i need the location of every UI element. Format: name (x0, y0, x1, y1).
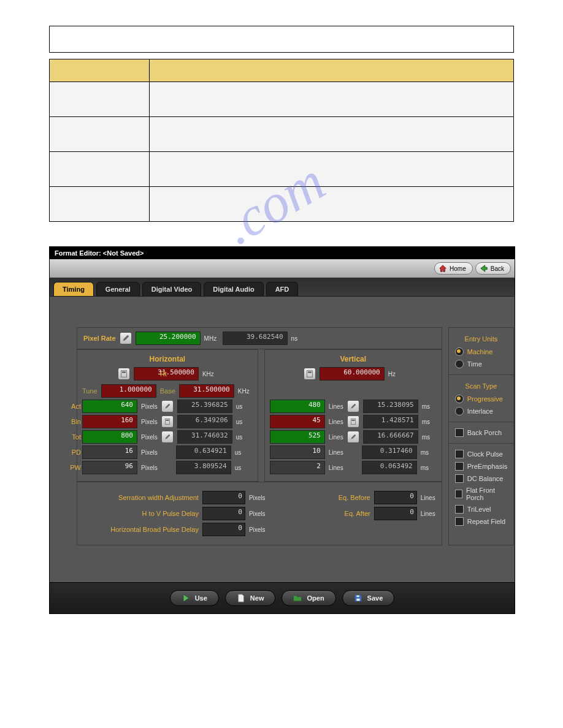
side-options: Entry Units Machine Time Scan Type Progr… (448, 327, 514, 545)
base-label: Base (160, 387, 175, 395)
eq-before-input[interactable]: 0 (374, 491, 417, 504)
radio-time[interactable]: Time (454, 358, 508, 370)
v-bln-lines[interactable]: 45 (270, 415, 325, 428)
edit-icon[interactable] (347, 431, 359, 443)
blank-banner (49, 26, 514, 53)
v-bln-time: 1.428571 (363, 415, 418, 428)
eq-before-label: Eq. Before (339, 494, 370, 501)
check-clock-pulse[interactable]: Clock Pulse (454, 449, 508, 460)
edit-icon[interactable] (347, 400, 359, 412)
calculator-icon[interactable] (118, 368, 130, 380)
horizontal-column: Horizontal Rt 31.500000 KHz Tune 1.00000… (77, 349, 258, 482)
radio-interlace[interactable]: Interlace (454, 406, 508, 417)
check-back-porch-label: Back Porch (467, 429, 502, 436)
unit-us: us (235, 464, 250, 471)
edit-icon[interactable] (161, 431, 174, 443)
unit-pixels: Pixels (141, 464, 158, 471)
radio-progressive[interactable]: Progressive (454, 393, 508, 404)
unit-ms: ms (422, 419, 437, 425)
row-act-label: Act (65, 403, 81, 410)
check-trilevel[interactable]: TriLevel (454, 504, 508, 515)
v-tot-lines[interactable]: 525 (270, 430, 325, 444)
base-value[interactable]: 31.500000 (179, 384, 234, 398)
back-arrow-icon (480, 264, 488, 273)
svg-rect-8 (356, 599, 359, 601)
open-button[interactable]: Open (282, 590, 335, 606)
h-pw-time: 3.809524 (176, 461, 231, 474)
svg-rect-3 (166, 420, 169, 421)
tab-afd[interactable]: AFD (266, 282, 299, 296)
tab-general[interactable]: General (96, 282, 140, 296)
tab-digital-audio[interactable]: Digital Audio (204, 282, 263, 296)
table-row (50, 187, 514, 222)
row-pw-label: PW (65, 464, 81, 471)
home-icon (439, 264, 447, 273)
back-button[interactable]: Back (475, 262, 511, 275)
svg-rect-7 (351, 420, 354, 421)
rt-label: Rt (151, 370, 167, 377)
hbroad-input[interactable]: 0 (202, 523, 245, 536)
v-tot-time: 16.666667 (363, 430, 418, 444)
action-bar: Use New Open Save (50, 582, 515, 613)
v-act-time: 15.238095 (363, 400, 418, 413)
h-pd-time: 0.634921 (176, 446, 231, 459)
h-act-time: 25.396825 (177, 400, 232, 413)
tab-digital-video[interactable]: Digital Video (142, 282, 201, 296)
check-preemphasis[interactable]: PreEmphasis (454, 461, 508, 472)
h-act-pixels[interactable]: 640 (82, 400, 137, 413)
svg-rect-9 (356, 596, 359, 597)
v-pw-lines[interactable]: 2 (270, 461, 325, 474)
edit-icon[interactable] (120, 332, 132, 344)
table-header-row (50, 59, 514, 82)
edit-icon[interactable] (161, 400, 174, 412)
radio-machine[interactable]: Machine (454, 346, 508, 357)
check-repeat-field-label: Repeat Field (467, 518, 505, 525)
v-pd-lines[interactable]: 10 (270, 446, 325, 459)
check-dc-balance[interactable]: DC Balance (454, 473, 508, 484)
serration-input[interactable]: 0 (202, 491, 245, 504)
hv-delay-input[interactable]: 0 (202, 507, 245, 520)
save-button-label: Save (367, 594, 383, 602)
unit-pixels: Pixels (141, 449, 158, 456)
tab-timing[interactable]: Timing (53, 282, 94, 296)
svg-rect-5 (308, 371, 312, 373)
table-row (50, 152, 514, 187)
vertical-rt-value[interactable]: 60.000000 (320, 367, 385, 381)
unit-us: us (236, 419, 251, 425)
h-bln-pixels[interactable]: 160 (82, 415, 137, 428)
calculator-icon[interactable] (161, 415, 174, 428)
timing-panel: Pixel Rate 25.200000 MHz 39.682540 ns Ho… (50, 297, 515, 582)
window-title: Format Editor: <Not Saved> (50, 247, 515, 259)
eq-after-label: Eq. After (345, 510, 370, 517)
use-button-label: Use (195, 594, 207, 602)
radio-time-label: Time (467, 360, 482, 368)
home-button[interactable]: Home (434, 262, 473, 275)
open-button-label: Open (307, 594, 324, 602)
new-button[interactable]: New (225, 590, 276, 606)
eq-after-input[interactable]: 0 (374, 507, 417, 520)
format-editor-window: Format Editor: <Not Saved> Home Back Tim… (49, 246, 515, 614)
use-button[interactable]: Use (170, 590, 219, 606)
pixel-rate-unit: MHz (204, 335, 219, 342)
unit-pixels: Pixels (141, 434, 158, 441)
unit-lines: Lines (329, 419, 343, 425)
h-tot-pixels[interactable]: 800 (82, 430, 137, 444)
calculator-icon[interactable] (347, 415, 359, 428)
unit-lines: Lines (329, 449, 343, 456)
radio-machine-label: Machine (467, 348, 493, 355)
h-pd-pixels[interactable]: 16 (82, 446, 137, 459)
unit-pixels: Pixels (249, 495, 266, 501)
check-clock-pulse-label: Clock Pulse (467, 450, 503, 458)
save-button[interactable]: Save (342, 590, 395, 606)
check-flat-front-porch[interactable]: Flat Front Porch (454, 485, 508, 502)
blank-table (49, 59, 514, 222)
v-act-lines[interactable]: 480 (270, 400, 325, 413)
back-button-label: Back (491, 265, 504, 272)
tune-value[interactable]: 1.000000 (101, 384, 156, 398)
check-back-porch[interactable]: Back Porch (454, 427, 508, 438)
pixel-rate-value[interactable]: 25.200000 (136, 332, 201, 345)
calculator-icon[interactable] (304, 368, 316, 380)
tab-bar: Timing General Digital Video Digital Aud… (50, 278, 515, 297)
check-repeat-field[interactable]: Repeat Field (454, 516, 508, 527)
h-pw-pixels[interactable]: 96 (82, 461, 137, 474)
